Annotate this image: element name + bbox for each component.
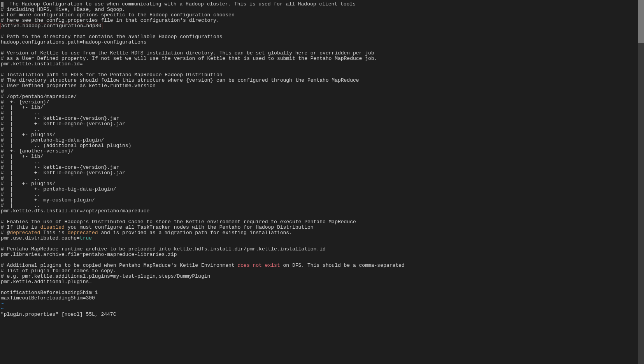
editor-line: # | +- kettle-core-{version}.jar xyxy=(1,116,637,121)
editor-line: # | .. xyxy=(1,110,637,116)
editor-line: # xyxy=(1,89,637,94)
editor-line: # User Defined properties as kettle.runt… xyxy=(1,83,637,89)
editor-line: pmr.kettle.installation.id= xyxy=(1,61,637,67)
editor-line: # | +- kettle-engine-{version}.jar xyxy=(1,170,637,176)
editor-line: # The directory structure should follow … xyxy=(1,78,637,83)
editor-line: # Version of Kettle to use from the Kett… xyxy=(1,51,637,56)
editor-line xyxy=(1,45,637,51)
editor-line: # If this is disabled you must configure… xyxy=(1,225,637,230)
editor-line xyxy=(1,257,637,263)
editor-line: pmr.kettle.additional.plugins= xyxy=(1,279,637,285)
editor-line: # | .. xyxy=(1,176,637,181)
editor-line: # | .. xyxy=(1,203,637,208)
scrollbar-track[interactable]: ▴ xyxy=(638,0,644,364)
editor-line: # | .. xyxy=(1,192,637,198)
editor-line: # Enables the use of Hadoop's Distribute… xyxy=(1,219,637,225)
vim-status-line: "plugin.properties" [noeol] 55L, 2447C xyxy=(1,312,637,317)
editor-line: maxTimeoutBeforeLoadingShim=300 xyxy=(1,296,637,301)
editor-line: # | .. xyxy=(1,127,637,132)
editor-line: # e.g. pmr.kettle.additional.plugins=my-… xyxy=(1,274,637,279)
editor-line: hadoop.configurations.path=hadoop-config… xyxy=(1,40,637,45)
editor-line: pmr.libraries.archive.file=pentaho-mapre… xyxy=(1,252,637,257)
editor-line: ~ xyxy=(1,301,637,306)
vim-tilde: ~ xyxy=(1,301,4,306)
editor-line xyxy=(1,285,637,290)
editor-line xyxy=(1,241,637,247)
vim-tilde: ~ xyxy=(1,306,4,312)
editor-line: # here see the config.properties file in… xyxy=(1,18,637,23)
editor-line: # +- {version}/ xyxy=(1,100,637,105)
editor-line: # For more configuration options specifi… xyxy=(1,12,637,18)
scrollbar-thumb[interactable] xyxy=(638,0,644,43)
editor-line xyxy=(1,214,637,219)
editor-line: # @deprecated This is deprecated and is … xyxy=(1,230,637,236)
editor-line xyxy=(1,67,637,72)
editor-line: ~ xyxy=(1,306,637,312)
editor-line: # Pentaho MapReduce runtime archive to b… xyxy=(1,247,637,252)
editor-line: The Hadoop Configuration to use when com… xyxy=(1,2,637,7)
editor-line: # | +- kettle-core-{version}.jar xyxy=(1,165,637,170)
terminal-editor[interactable]: The Hadoop Configuration to use when com… xyxy=(0,0,638,364)
editor-line: # | .. xyxy=(1,159,637,165)
editor-line: # /opt/pentaho/mapreduce/ xyxy=(1,94,637,100)
editor-line: # | +- plugins/ xyxy=(1,132,637,138)
editor-line: # Additional plugins to be copied when P… xyxy=(1,263,637,268)
editor-line xyxy=(1,29,637,34)
editor-line: notificationsBeforeLoadingShim=1 xyxy=(1,290,637,296)
editor-line: # | +- kettle-engine-{version}.jar xyxy=(1,121,637,127)
editor-line: # | +- plugins/ xyxy=(1,181,637,187)
editor-line: # list of plugin folder names to copy. xyxy=(1,268,637,274)
editor-line: # | .. (additional optional plugins) xyxy=(1,143,637,149)
editor-line: pmr.kettle.dfs.install.dir=/opt/pentaho/… xyxy=(1,208,637,214)
editor-line: # | pentaho-big-data-plugin/ xyxy=(1,138,637,143)
editor-line: # | +- lib/ xyxy=(1,154,637,159)
highlighted-config-line: active.hadoop.configuration=hdp30 xyxy=(0,23,102,29)
editor-line: # Path to the directory that contains th… xyxy=(1,34,637,40)
editor-line: # | +- lib/ xyxy=(1,105,637,110)
editor-line: # | +- pentaho-big-data-plugin/ xyxy=(1,187,637,192)
editor-line: # | +- my-custom-plugin/ xyxy=(1,198,637,203)
editor-line: # +- {another-version}/ xyxy=(1,149,637,154)
editor-line: pmr.use.distributed.cache=true xyxy=(1,236,637,241)
editor-line: # including HDFS, Hive, HBase, and Sqoop… xyxy=(1,7,637,12)
editor-line: # Installation path in HDFS for the Pent… xyxy=(1,72,637,78)
editor-line: # as a User Defined property. If not set… xyxy=(1,56,637,61)
editor-line: active.hadoop.configuration=hdp30 xyxy=(1,23,637,29)
